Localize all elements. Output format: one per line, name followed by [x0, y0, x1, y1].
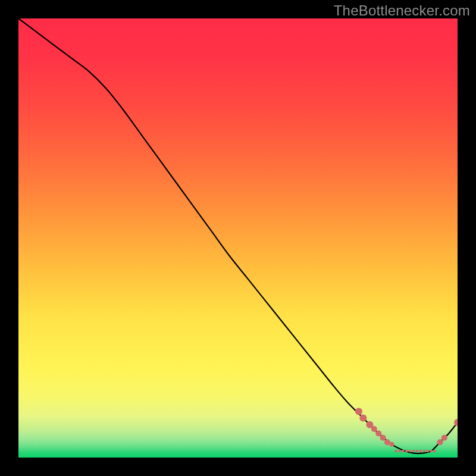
data-marker	[355, 408, 362, 415]
data-marker	[380, 435, 386, 441]
tiny-marker	[427, 450, 430, 453]
chart-frame: TheBottlenecker.com	[0, 0, 476, 476]
data-marker	[359, 415, 367, 422]
gradient-background	[18, 18, 458, 458]
tiny-marker	[423, 450, 426, 453]
tiny-marker	[419, 450, 422, 453]
tiny-marker	[433, 450, 436, 453]
chart-svg	[18, 18, 458, 458]
tiny-marker	[409, 450, 412, 453]
data-marker	[441, 435, 447, 441]
data-marker	[389, 442, 394, 447]
tiny-marker	[405, 450, 408, 453]
tiny-marker	[398, 450, 401, 453]
tiny-marker	[412, 450, 415, 453]
data-marker	[437, 439, 443, 445]
plot-area	[18, 18, 458, 458]
attribution-label: TheBottlenecker.com	[334, 2, 470, 19]
data-marker	[371, 426, 377, 432]
tiny-marker	[416, 450, 419, 453]
tiny-marker	[430, 450, 433, 453]
tiny-marker	[394, 450, 397, 453]
data-marker	[375, 430, 381, 436]
tiny-marker	[402, 450, 405, 453]
